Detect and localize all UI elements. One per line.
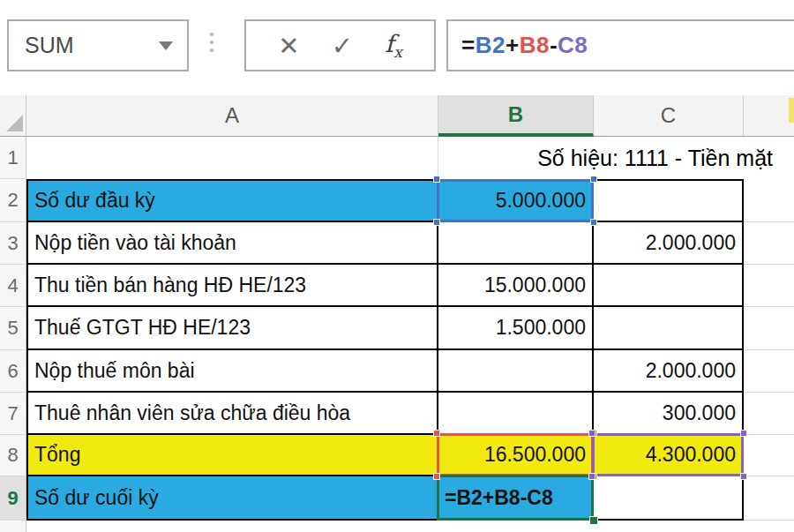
- selection-handle[interactable]: [433, 430, 440, 437]
- selection-handle[interactable]: [740, 473, 747, 480]
- cell-c4[interactable]: [594, 265, 744, 307]
- cell-a8[interactable]: Tổng: [26, 435, 438, 476]
- cell-c5[interactable]: [594, 307, 744, 350]
- chevron-down-icon[interactable]: [159, 41, 173, 50]
- cell-a5[interactable]: Thuế GTGT HĐ HE/123: [26, 307, 438, 350]
- selection-handle[interactable]: [588, 430, 596, 437]
- cell-b1-title[interactable]: Số hiệu: 1111 - Tiền mặt: [438, 137, 794, 179]
- cell-c6[interactable]: 2.000.000: [594, 350, 744, 393]
- formula-bar-buttons: ✕ ✓ fx: [244, 19, 436, 71]
- selection-handle[interactable]: [433, 219, 440, 226]
- row-header-5[interactable]: 5: [0, 307, 26, 350]
- cell-d7[interactable]: [744, 393, 794, 435]
- cell-d9[interactable]: [744, 476, 794, 521]
- cell-a7[interactable]: Thuê nhân viên sửa chữa điều hòa: [26, 393, 438, 435]
- select-all-icon: [6, 115, 23, 131]
- select-all-button[interactable]: [0, 95, 26, 137]
- column-header-c[interactable]: C: [594, 95, 744, 137]
- cell-b6[interactable]: [438, 350, 594, 393]
- row-header-7[interactable]: 7: [0, 393, 26, 435]
- column-header-a[interactable]: A: [26, 95, 438, 137]
- cell-a1[interactable]: [26, 137, 438, 179]
- selection-handle[interactable]: [740, 430, 747, 437]
- row-header-2[interactable]: 2: [0, 179, 26, 222]
- row-header-8[interactable]: 8: [0, 435, 26, 476]
- cell-c3[interactable]: 2.000.000: [594, 222, 744, 265]
- cell-b7[interactable]: [438, 393, 594, 435]
- cell-a3[interactable]: Nộp tiền vào tài khoản: [26, 222, 438, 265]
- cell-a2[interactable]: Số dư đầu kỳ: [26, 179, 438, 222]
- cancel-icon[interactable]: ✕: [278, 31, 299, 61]
- cell-a6[interactable]: Nộp thuế môn bài: [26, 350, 438, 393]
- column-d-highlight: [789, 98, 794, 123]
- cell-a4[interactable]: Thu tiền bán hàng HĐ HE/123: [26, 265, 438, 307]
- spreadsheet-grid: A B C 1 Số hiệu: 1111 - Tiền mặt 2 Số dư…: [0, 95, 794, 532]
- cell-b4[interactable]: 15.000.000: [438, 265, 594, 307]
- row-header-4[interactable]: 4: [0, 265, 26, 307]
- cell-c2[interactable]: [594, 179, 744, 222]
- insert-function-icon[interactable]: fx: [385, 30, 402, 61]
- cell-a9[interactable]: Số dư cuối kỳ: [26, 476, 438, 521]
- cell-d5[interactable]: [744, 307, 794, 350]
- cell-c9[interactable]: [594, 476, 744, 521]
- row-10-partial[interactable]: [26, 521, 794, 532]
- row-header-6[interactable]: 6: [0, 350, 26, 393]
- formula-text: =B2+B8-C8: [448, 32, 588, 59]
- fill-handle[interactable]: [589, 516, 598, 525]
- formula-bar-separator: [210, 33, 213, 52]
- selection-handle[interactable]: [590, 176, 597, 183]
- cell-b2[interactable]: 5.000.000: [438, 179, 594, 222]
- row-header-3[interactable]: 3: [0, 222, 26, 265]
- row-header-10-partial[interactable]: [0, 521, 26, 532]
- selection-handle[interactable]: [433, 176, 440, 183]
- cell-d4[interactable]: [744, 265, 794, 307]
- cell-d3[interactable]: [744, 222, 794, 265]
- selection-handle[interactable]: [433, 473, 440, 480]
- cell-d8[interactable]: [744, 435, 794, 476]
- name-box-value: SUM: [9, 33, 159, 58]
- column-header-d-partial[interactable]: [744, 95, 794, 137]
- selection-handle[interactable]: [588, 473, 596, 480]
- row-header-9[interactable]: 9: [0, 476, 26, 521]
- cell-b3[interactable]: [438, 222, 594, 265]
- cell-c7[interactable]: 300.000: [594, 393, 744, 435]
- column-header-b[interactable]: B: [438, 95, 594, 137]
- selection-handle[interactable]: [590, 219, 597, 226]
- cell-b9-active-formula[interactable]: =B2+B8-C8: [438, 476, 594, 521]
- cell-b8[interactable]: 16.500.000: [438, 435, 594, 476]
- row-header-1[interactable]: 1: [0, 137, 26, 179]
- cell-d6[interactable]: [744, 350, 794, 393]
- formula-input[interactable]: =B2+B8-C8: [446, 19, 794, 71]
- enter-icon[interactable]: ✓: [332, 31, 353, 61]
- cell-d2[interactable]: [744, 179, 794, 222]
- cell-c8[interactable]: 4.300.000: [594, 435, 744, 476]
- cell-b5[interactable]: 1.500.000: [438, 307, 594, 350]
- name-box[interactable]: SUM: [7, 19, 189, 71]
